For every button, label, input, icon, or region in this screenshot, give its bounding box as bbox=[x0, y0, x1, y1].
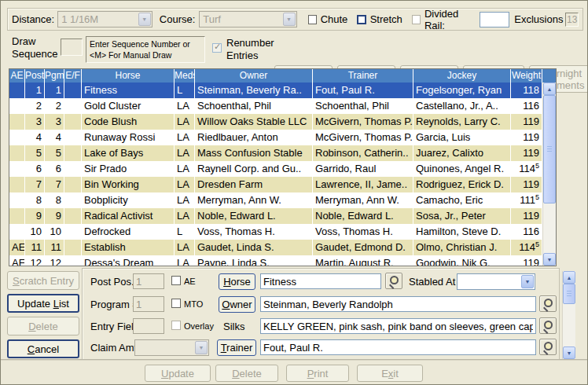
stabled-at-select[interactable] bbox=[457, 273, 535, 290]
delete-button[interactable]: Delete bbox=[215, 365, 278, 382]
cell-pgm: 1 bbox=[45, 82, 64, 98]
col-header-owner: Owner bbox=[195, 69, 313, 82]
cell-horse: Dessa's Dream bbox=[82, 255, 175, 266]
cell-jockey: Sosa, Jr., Peter bbox=[413, 208, 511, 224]
table-row[interactable]: 3 3 Code Blush LA Willow Oaks Stable LLC… bbox=[9, 114, 542, 130]
trainer-button[interactable]: Trainer bbox=[217, 339, 256, 356]
table-row[interactable]: AE 11 11 Establish LA Gaudet, Linda S. G… bbox=[9, 240, 542, 255]
trainer-search-button[interactable] bbox=[539, 339, 557, 355]
renumber-entries-checkbox[interactable] bbox=[212, 43, 222, 53]
silks-input[interactable] bbox=[260, 318, 536, 334]
table-row[interactable]: 1 1 Fitness L Steinman, Beverly Ra.. Fou… bbox=[9, 82, 542, 98]
scroll-up-icon[interactable] bbox=[563, 271, 575, 284]
cancel-button[interactable]: Cancel bbox=[7, 339, 79, 358]
hint-line-1: Enter Sequence Number or bbox=[90, 38, 201, 50]
course-label: Course: bbox=[160, 13, 196, 25]
table-row[interactable]: 7 7 Bin Working LA Dresden Farm Lawrence… bbox=[9, 177, 542, 192]
cell-horse: Gold Cluster bbox=[82, 98, 175, 114]
scrollbar-thumb[interactable] bbox=[563, 284, 575, 304]
horse-input[interactable] bbox=[260, 273, 381, 289]
btn-accesskey: O bbox=[222, 299, 230, 310]
scratch-entry-button[interactable]: Scratch Entry bbox=[7, 271, 79, 290]
btn-accesskey: L bbox=[53, 298, 59, 310]
table-row[interactable]: 6 6 Sir Prado LA Raynell Corp. and Gu.. … bbox=[9, 161, 542, 177]
table-row[interactable]: 4 4 Runaway Rossi LA Riedlbauer, Anton M… bbox=[9, 130, 542, 145]
table-row[interactable]: 2 2 Gold Cluster LA Schoenthal, Phil Sch… bbox=[9, 98, 542, 114]
update-button[interactable]: Update bbox=[145, 365, 211, 382]
renumber-entries-label: Renumber Entries bbox=[226, 37, 281, 62]
footer-buttons: Update Delete Print Exit bbox=[1, 360, 588, 385]
cell-meds: LA bbox=[175, 177, 195, 192]
stretch-label: Stretch bbox=[370, 13, 402, 25]
table-row[interactable]: 5 5 Lake of Bays LA Mass Confusion Stabl… bbox=[9, 145, 542, 161]
claim-amt-select[interactable] bbox=[134, 339, 209, 356]
divided-rail-label: Divided Rail: bbox=[424, 8, 476, 31]
scrollbar-track[interactable] bbox=[563, 304, 575, 346]
cell-weight: 116 bbox=[511, 224, 542, 240]
scrollbar-thumb[interactable] bbox=[543, 95, 556, 204]
delete-entry-button[interactable]: Delete bbox=[7, 317, 79, 336]
cell-trainer: Merryman, Ann W. bbox=[313, 192, 413, 208]
owner-search-button[interactable] bbox=[539, 295, 557, 312]
exclusions-label: Exclusions bbox=[514, 13, 563, 25]
ae-checkbox[interactable] bbox=[171, 276, 181, 285]
cell-jockey: Quinones, Angel R. bbox=[413, 161, 511, 177]
distance-label: Distance: bbox=[12, 13, 54, 25]
silks-label: Silks bbox=[223, 321, 244, 332]
cell-weight: 1145 bbox=[511, 161, 542, 177]
horse-search-button[interactable] bbox=[385, 273, 402, 289]
chute-label: Chute bbox=[321, 13, 348, 25]
cell-trainer: Robinson, Catherin.. bbox=[313, 145, 413, 161]
cell-jockey: Olmo, Christian J. bbox=[413, 240, 511, 255]
cell-pgm: 5 bbox=[45, 145, 64, 161]
post-pos-input[interactable] bbox=[133, 273, 164, 289]
overlay-checkbox[interactable] bbox=[171, 321, 181, 330]
cell-horse: Defrocked bbox=[82, 224, 175, 240]
distance-select[interactable]: 1 1/16M bbox=[57, 11, 153, 28]
cell-weight: 119 bbox=[511, 208, 542, 224]
cell-ae bbox=[9, 145, 25, 161]
table-row[interactable]: 9 9 Radical Activist LA Noble, Edward L.… bbox=[9, 208, 542, 224]
scrollbar-track[interactable] bbox=[543, 204, 556, 253]
cell-jockey: Camacho, Eric bbox=[413, 192, 511, 208]
cell-horse: Runaway Rossi bbox=[82, 130, 175, 145]
mto-checkbox[interactable] bbox=[171, 299, 181, 308]
cell-pgm: 9 bbox=[45, 208, 64, 224]
cell-meds: LA bbox=[175, 130, 195, 145]
btn-accesskey: P bbox=[307, 368, 314, 380]
table-row[interactable]: AE 12 12 Dessa's Dream LA Payne, Linda S… bbox=[9, 255, 542, 266]
cell-jockey: Rodriguez, Erick D. bbox=[413, 177, 511, 192]
divided-rail-input[interactable] bbox=[480, 12, 509, 28]
cell-pgm: 10 bbox=[45, 224, 64, 240]
chevron-down-icon bbox=[283, 13, 296, 26]
scroll-up-icon[interactable] bbox=[543, 82, 556, 95]
stretch-checkbox[interactable] bbox=[357, 15, 366, 24]
table-row[interactable]: 8 8 Bobplicity LA Merryman, Ann W. Merry… bbox=[9, 192, 542, 208]
divided-rail-checkbox[interactable] bbox=[412, 15, 421, 24]
cell-meds: LA bbox=[175, 240, 195, 255]
hint-line-2: <M> For Manual Draw bbox=[90, 50, 201, 60]
entry-field-input[interactable] bbox=[133, 318, 164, 334]
owner-input[interactable] bbox=[260, 296, 536, 312]
exit-button[interactable]: Exit bbox=[357, 365, 423, 382]
cell-pgm: 4 bbox=[45, 130, 64, 145]
print-button[interactable]: Print bbox=[286, 365, 349, 382]
chute-checkbox[interactable] bbox=[308, 15, 317, 24]
cell-owner: Riedlbauer, Anton bbox=[195, 130, 313, 145]
cell-ef bbox=[64, 161, 82, 177]
cell-trainer: Gaudet, Edmond D. bbox=[313, 240, 413, 255]
owner-button[interactable]: Owner bbox=[219, 296, 255, 313]
horse-button[interactable]: Horse bbox=[219, 273, 255, 290]
scroll-down-icon[interactable] bbox=[563, 346, 575, 359]
overlay-label: Overlay bbox=[184, 321, 214, 331]
scroll-down-icon[interactable] bbox=[543, 253, 556, 266]
ae-label: AE bbox=[184, 277, 196, 286]
draw-sequence-input[interactable] bbox=[61, 38, 83, 56]
table-row[interactable]: 10 10 Defrocked L Voss, Thomas H. Voss, … bbox=[9, 224, 542, 240]
silks-search-button[interactable] bbox=[539, 317, 557, 334]
course-select[interactable]: Turf bbox=[199, 11, 296, 28]
program-number-input[interactable] bbox=[133, 296, 164, 312]
cell-owner: Noble, Edward L. bbox=[195, 208, 313, 224]
update-list-button[interactable]: Update List bbox=[7, 294, 79, 313]
trainer-input[interactable] bbox=[260, 339, 536, 355]
